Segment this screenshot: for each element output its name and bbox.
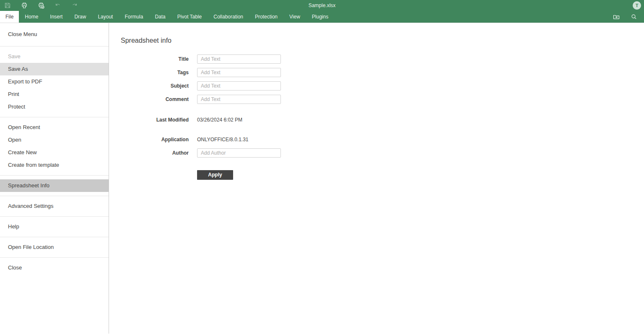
form-row-application: Application ONLYOFFICE/8.0.1.31 [121,135,644,144]
author-input[interactable] [197,148,281,158]
application-label: Application [121,137,189,142]
last-modified-value: 03/26/2024 6:02 PM [197,117,242,123]
menu-group: Close [0,258,109,278]
menu-group: Save Save As Export to PDF Print Protect [0,47,109,117]
form-row-tags: Tags [121,68,644,77]
print-icon[interactable] [20,1,29,10]
menu-item-open[interactable]: Open [0,134,109,146]
menu-item-protect[interactable]: Protect [0,101,109,113]
menu-group: Advanced Settings [0,196,109,217]
menu-item-open-file-location[interactable]: Open File Location [0,241,109,254]
menu-group: Help [0,217,109,237]
tags-label: Tags [121,70,189,75]
quick-access-toolbar [0,1,79,10]
tab-bar-right-icons [612,11,644,23]
menu-item-save-as[interactable]: Save As [0,63,109,75]
menu-item-export-to-pdf[interactable]: Export to PDF [0,75,109,88]
last-modified-label: Last Modified [121,117,189,123]
menu-item-spreadsheet-info[interactable]: Spreadsheet Info [0,179,109,192]
tab-protection[interactable]: Protection [249,11,283,23]
redo-icon[interactable] [70,1,79,10]
form-row-author: Author [121,148,644,158]
apply-button[interactable]: Apply [197,170,233,180]
file-menu-sidebar: Close Menu Save Save As Export to PDF Pr… [0,23,109,334]
tab-layout[interactable]: Layout [92,11,119,23]
tab-plugins[interactable]: Plugins [306,11,334,23]
save-icon[interactable] [3,1,12,10]
subject-label: Subject [121,83,189,89]
page-title: Spreadsheet info [121,37,644,44]
file-menu-panel: Close Menu Save Save As Export to PDF Pr… [0,23,644,334]
tab-view[interactable]: View [283,11,306,23]
undo-icon[interactable] [54,1,62,10]
tab-collaboration[interactable]: Collaboration [208,11,249,23]
ribbon-tab-bar: File Home Insert Draw Layout Formula Dat… [0,11,644,23]
title-label: Title [121,56,189,62]
menu-item-close-menu[interactable]: Close Menu [0,28,109,41]
tab-home[interactable]: Home [19,11,44,23]
author-label: Author [121,150,189,156]
user-avatar[interactable]: T [633,1,641,10]
quick-print-icon[interactable] [37,1,45,10]
menu-item-save: Save [0,50,109,63]
menu-item-help[interactable]: Help [0,220,109,233]
menu-item-open-recent[interactable]: Open Recent [0,121,109,134]
menu-group: Spreadsheet Info [0,176,109,196]
menu-item-close[interactable]: Close [0,262,109,274]
subject-input[interactable] [197,81,281,91]
menu-group: Open File Location [0,237,109,258]
form-row-comment: Comment [121,95,644,104]
menu-group: Close Menu [0,23,109,47]
tab-draw[interactable]: Draw [68,11,92,23]
tab-insert[interactable]: Insert [44,11,68,23]
tab-formula[interactable]: Formula [119,11,149,23]
spreadsheet-info-panel: Spreadsheet info Title Tags Subject Comm… [109,23,644,334]
tab-pivot-table[interactable]: Pivot Table [171,11,208,23]
form-row-title: Title [121,54,644,64]
form-row-last-modified: Last Modified 03/26/2024 6:02 PM [121,115,644,124]
title-bar: Sample.xlsx T [0,0,644,11]
open-file-location-icon[interactable] [612,13,621,21]
comment-input[interactable] [197,95,281,104]
title-input[interactable] [197,54,281,64]
document-title: Sample.xlsx [0,3,644,8]
menu-item-create-from-template[interactable]: Create from template [0,159,109,171]
form-row-subject: Subject [121,81,644,91]
menu-item-create-new[interactable]: Create New [0,146,109,159]
comment-label: Comment [121,96,189,102]
tab-data[interactable]: Data [149,11,171,23]
search-icon[interactable] [630,13,638,21]
menu-item-print[interactable]: Print [0,88,109,101]
application-value: ONLYOFFICE/8.0.1.31 [197,137,249,142]
menu-item-advanced-settings[interactable]: Advanced Settings [0,200,109,212]
tab-file[interactable]: File [0,11,19,23]
form-row-apply: Apply [121,170,644,179]
menu-group: Open Recent Open Create New Create from … [0,117,109,176]
tags-input[interactable] [197,68,281,77]
